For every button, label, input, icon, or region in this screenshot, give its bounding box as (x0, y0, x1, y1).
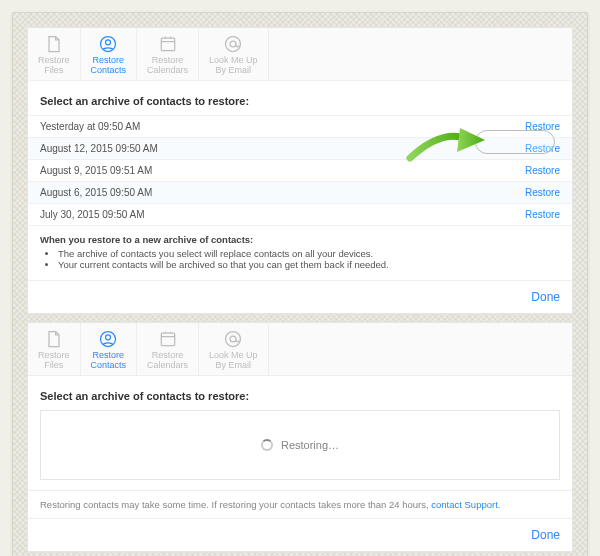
contact-icon (98, 34, 118, 54)
restore-link[interactable]: Restore (525, 143, 560, 154)
archive-row[interactable]: August 6, 2015 09:50 AM Restore (28, 181, 572, 203)
restore-contacts-tab[interactable]: RestoreContacts (81, 323, 138, 375)
section-title: Select an archive of contacts to restore… (28, 81, 572, 115)
restoring-panel: RestoreFiles RestoreContacts RestoreCale… (27, 322, 573, 552)
toolbar-label: RestoreCalendars (147, 350, 188, 370)
file-icon (44, 329, 64, 349)
toolbar-label: RestoreFiles (38, 350, 70, 370)
panel-footer: Done (28, 280, 572, 313)
at-icon (223, 329, 243, 349)
restore-link[interactable]: Restore (525, 187, 560, 198)
look-me-up-tab[interactable]: Look Me UpBy Email (199, 323, 269, 375)
restore-note: Restoring contacts may take some time. I… (28, 490, 572, 518)
calendar-icon (158, 34, 178, 54)
info-heading: When you restore to a new archive of con… (40, 234, 560, 245)
section-title: Select an archive of contacts to restore… (28, 376, 572, 410)
svg-rect-2 (161, 38, 174, 50)
info-bullet: The archive of contacts you select will … (58, 248, 560, 259)
calendar-icon (158, 329, 178, 349)
restore-link[interactable]: Restore (525, 165, 560, 176)
archive-date: July 30, 2015 09:50 AM (40, 209, 145, 220)
restoring-status-text: Restoring… (281, 439, 339, 451)
svg-point-3 (226, 37, 241, 52)
done-button[interactable]: Done (531, 290, 560, 304)
restore-select-panel: RestoreFiles RestoreContacts RestoreCale… (27, 27, 573, 314)
note-suffix: . (498, 499, 501, 510)
file-icon (44, 34, 64, 54)
svg-point-6 (106, 335, 111, 340)
done-button[interactable]: Done (531, 528, 560, 542)
archive-row[interactable]: August 9, 2015 09:51 AM Restore (28, 159, 572, 181)
look-me-up-tab[interactable]: Look Me UpBy Email (199, 28, 269, 80)
restoring-status-box: Restoring… (40, 410, 560, 480)
toolbar-label: RestoreContacts (91, 350, 127, 370)
svg-point-4 (230, 41, 236, 47)
archive-date: August 9, 2015 09:51 AM (40, 165, 152, 176)
toolbar-label: Look Me UpBy Email (209, 350, 258, 370)
note-text: Restoring contacts may take some time. I… (40, 499, 431, 510)
info-block: When you restore to a new archive of con… (28, 225, 572, 280)
contact-support-link[interactable]: contact Support (431, 499, 498, 510)
toolbar: RestoreFiles RestoreContacts RestoreCale… (28, 28, 572, 81)
toolbar: RestoreFiles RestoreContacts RestoreCale… (28, 323, 572, 376)
at-icon (223, 34, 243, 54)
archive-row[interactable]: Yesterday at 09:50 AM Restore (28, 115, 572, 137)
toolbar-label: RestoreFiles (38, 55, 70, 75)
restore-files-tab[interactable]: RestoreFiles (28, 323, 81, 375)
archive-date: August 12, 2015 09:50 AM (40, 143, 158, 154)
toolbar-label: RestoreContacts (91, 55, 127, 75)
restore-calendars-tab[interactable]: RestoreCalendars (137, 323, 199, 375)
archive-date: Yesterday at 09:50 AM (40, 121, 140, 132)
archive-row[interactable]: August 12, 2015 09:50 AM Restore (28, 137, 572, 159)
restore-files-tab[interactable]: RestoreFiles (28, 28, 81, 80)
restore-contacts-tab[interactable]: RestoreContacts (81, 28, 138, 80)
toolbar-label: RestoreCalendars (147, 55, 188, 75)
restore-link[interactable]: Restore (525, 209, 560, 220)
contact-icon (98, 329, 118, 349)
svg-point-8 (226, 331, 241, 346)
archive-row[interactable]: July 30, 2015 09:50 AM Restore (28, 203, 572, 225)
spinner-icon (261, 439, 273, 451)
panel-footer: Done (28, 518, 572, 551)
svg-point-9 (230, 336, 236, 342)
toolbar-label: Look Me UpBy Email (209, 55, 258, 75)
restore-calendars-tab[interactable]: RestoreCalendars (137, 28, 199, 80)
archive-list: Yesterday at 09:50 AM Restore August 12,… (28, 115, 572, 225)
svg-rect-7 (161, 333, 174, 346)
svg-point-1 (106, 40, 111, 45)
restore-link[interactable]: Restore (525, 121, 560, 132)
archive-date: August 6, 2015 09:50 AM (40, 187, 152, 198)
info-bullet: Your current contacts will be archived s… (58, 259, 560, 270)
